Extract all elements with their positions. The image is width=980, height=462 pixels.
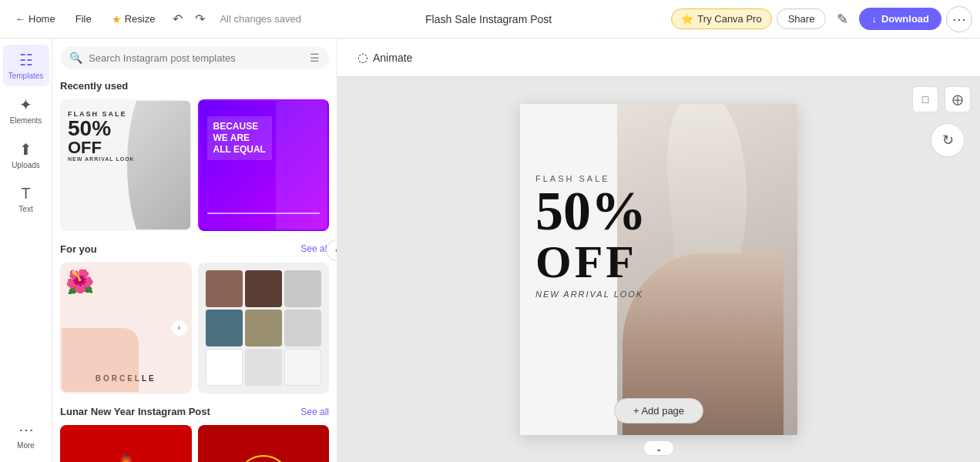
fs-percent: 50% — [68, 118, 135, 139]
lunar-grid: 🏮 HAPPY LUNAR NEW YEAR SUPER SALE 🏮 🐯 Ha… — [60, 425, 329, 462]
canvas-top-controls: □ ⨁ — [912, 86, 971, 112]
saved-status: All changes saved — [220, 13, 301, 25]
try-pro-label: Try Canva Pro — [697, 13, 761, 25]
lunar-section-header: Lunar New Year Instagram Post See all — [60, 406, 329, 417]
sidebar-item-more[interactable]: ⋯ More — [3, 414, 49, 456]
analytics-button[interactable]: ✎ — [831, 7, 854, 32]
more-options-button[interactable]: ⋯ — [946, 6, 972, 32]
swatch-9 — [284, 349, 321, 386]
refresh-canvas-button[interactable]: ↻ — [931, 123, 965, 157]
design-canvas[interactable]: FLASH SALE 50% OFF NEW ARRIVAL LOOK — [520, 104, 797, 435]
filter-icon[interactable]: ☰ — [310, 52, 320, 64]
canvas-percent: 50% — [535, 183, 646, 239]
chart-icon: ✎ — [837, 12, 848, 27]
animate-label: Animate — [373, 52, 412, 64]
canvas-text-overlay: FLASH SALE 50% OFF NEW ARRIVAL LOOK — [535, 174, 646, 299]
sidebar-item-elements[interactable]: ✦ Elements — [3, 89, 49, 131]
templates-sidebar-label: Templates — [8, 72, 44, 80]
next-template-button[interactable]: › — [172, 320, 187, 336]
chevron-left-icon: ← — [15, 13, 25, 25]
home-button[interactable]: ← Home — [8, 9, 63, 28]
recently-used-title: Recently used — [60, 80, 128, 92]
swatch-6 — [284, 310, 321, 346]
text-sidebar-label: Text — [18, 205, 32, 213]
add-page-label: + Add page — [633, 405, 684, 417]
lunar-title: Lunar New Year Instagram Post — [60, 406, 210, 417]
download-button[interactable]: ↓ Download — [859, 8, 941, 30]
search-icon: 🔍 — [69, 52, 82, 64]
share-button[interactable]: Share — [777, 8, 827, 29]
canvas-toolbar: ◌ Animate — [337, 38, 980, 77]
undo-button[interactable]: ↶ — [167, 8, 188, 30]
recently-used-grid: FLASH SALE 50% OFF NEW ARRIVAL LOOK BECA… — [60, 99, 329, 231]
icon-sidebar: ☷ Templates ✦ Elements ⬆ Uploads T Text … — [0, 38, 52, 462]
canvas-viewport[interactable]: □ ⨁ ↻ FLASH SALE — [337, 77, 980, 462]
fs-sub: NEW ARRIVAL LOOK — [68, 156, 135, 162]
ellipsis-icon: ⋯ — [952, 11, 966, 28]
star-icon-pro: ⭐ — [681, 13, 693, 25]
duplicate-canvas-button[interactable]: □ — [912, 86, 938, 112]
for-you-title: For you — [60, 243, 97, 255]
search-input[interactable] — [89, 52, 304, 64]
for-you-see-all-button[interactable]: See all — [300, 243, 329, 254]
share-label: Share — [788, 13, 815, 25]
add-page-bar: + Add page — [337, 398, 980, 424]
for-you-grid: 🌺 BORCELLE › — [60, 263, 329, 394]
template-model-bg — [127, 101, 192, 229]
uploads-icon: ⬆ — [19, 140, 32, 159]
topbar: ← Home File ★ Resize ↶ ↷ All changes sav… — [0, 0, 980, 38]
animate-icon: ◌ — [357, 50, 368, 65]
sidebar-item-templates[interactable]: ☷ Templates — [3, 45, 49, 86]
file-button[interactable]: File — [68, 9, 99, 28]
swatch-4 — [206, 310, 243, 346]
template-lunar2[interactable]: 🐯 Happy LunarNew Year 2022 — [198, 425, 330, 462]
swatch-2 — [245, 270, 282, 307]
template-equality[interactable]: BECAUSEWE AREALL EQUAL — [198, 99, 330, 231]
elements-sidebar-label: Elements — [10, 116, 42, 125]
template-swatches[interactable] — [198, 263, 330, 394]
download-icon: ↓ — [871, 13, 877, 25]
home-label: Home — [29, 13, 55, 25]
document-title: Flash Sale Instagram Post — [310, 13, 666, 25]
swatch-3 — [284, 270, 321, 307]
expand-icon: ⨁ — [952, 93, 963, 105]
recently-used-section-header: Recently used — [60, 80, 329, 92]
flash-sale-text-group: FLASH SALE 50% OFF NEW ARRIVAL LOOK — [68, 110, 135, 162]
pink-block — [62, 328, 139, 392]
main-layout: ☷ Templates ✦ Elements ⬆ Uploads T Text … — [0, 38, 980, 462]
equality-text: BECAUSEWE AREALL EQUAL — [207, 116, 272, 160]
swatch-7 — [206, 349, 243, 386]
file-label: File — [76, 13, 92, 25]
star-icon: ★ — [112, 13, 122, 25]
template-flash-sale[interactable]: FLASH SALE 50% OFF NEW ARRIVAL LOOK — [60, 99, 192, 231]
resize-button[interactable]: ★ Resize — [104, 9, 163, 29]
elements-icon: ✦ — [19, 95, 32, 114]
search-bar: 🔍 ☰ — [60, 46, 329, 69]
equality-person-silhouette — [276, 101, 327, 229]
flower-icon: 🌺 — [65, 268, 94, 295]
toggle-bottom-panel-button[interactable]: ⌄ — [643, 440, 674, 456]
template-pink-floral[interactable]: 🌺 BORCELLE › — [60, 263, 192, 394]
animate-button[interactable]: ◌ Animate — [350, 45, 420, 69]
templates-panel: ‹ 🔍 ☰ Recently used FLASH SALE 50% OFF N… — [52, 38, 337, 462]
lantern-icon-left: 🏮 — [116, 454, 136, 462]
templates-icon: ☷ — [19, 51, 33, 69]
template-lunar1[interactable]: 🏮 HAPPY LUNAR NEW YEAR SUPER SALE 🏮 — [60, 425, 192, 462]
lunar-see-all-button[interactable]: See all — [300, 407, 329, 417]
for-you-section-header: For you See all — [60, 243, 329, 255]
more-sidebar-label: More — [17, 441, 35, 450]
swatch-1 — [206, 270, 243, 307]
expand-canvas-button[interactable]: ⨁ — [945, 86, 971, 112]
hide-panel-button[interactable]: ‹ — [326, 239, 337, 261]
try-pro-button[interactable]: ⭐ Try Canva Pro — [671, 8, 771, 29]
download-label: Download — [881, 13, 929, 25]
duplicate-icon: □ — [922, 93, 928, 105]
chevron-down-icon: ⌄ — [656, 444, 662, 453]
uploads-sidebar-label: Uploads — [12, 161, 40, 169]
sidebar-item-uploads[interactable]: ⬆ Uploads — [3, 134, 49, 176]
sidebar-item-text[interactable]: T Text — [3, 179, 49, 219]
canvas-off-label: OFF — [535, 239, 646, 285]
redo-button[interactable]: ↷ — [190, 8, 210, 30]
canvas-area: ◌ Animate □ ⨁ ↻ — [337, 38, 980, 462]
add-page-button[interactable]: + Add page — [614, 398, 703, 424]
